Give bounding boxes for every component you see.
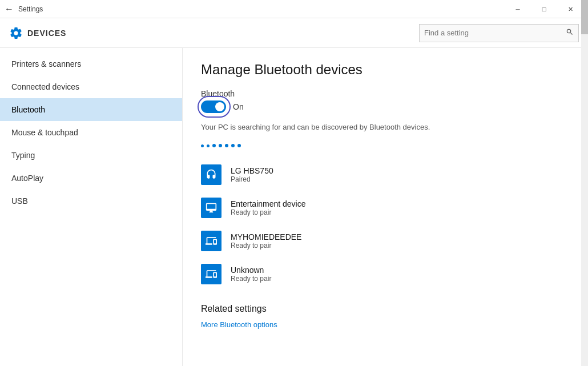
device-info-unknown: Unknown Ready to pair xyxy=(231,266,271,283)
search-button[interactable] xyxy=(561,28,578,38)
device-icon-entertainment xyxy=(201,198,221,218)
device-item-entertainment[interactable]: Entertainment device Ready to pair xyxy=(201,192,570,224)
gear-icon-wrap: DEVICES xyxy=(9,26,66,40)
device-icon-lg xyxy=(201,164,221,185)
dot-1 xyxy=(201,144,204,147)
sidebar-item-typing[interactable]: Typing xyxy=(0,144,182,167)
device-status-lg: Paired xyxy=(231,175,273,183)
sidebar-item-printers[interactable]: Printers & scanners xyxy=(0,53,182,75)
search-icon xyxy=(566,28,574,36)
bluetooth-label: Bluetooth xyxy=(201,89,570,98)
monitor-icon xyxy=(206,202,217,214)
title-bar: ← Settings xyxy=(0,0,588,18)
close-button[interactable] xyxy=(557,0,583,18)
device-icon xyxy=(206,235,217,247)
back-arrow-title[interactable]: ← xyxy=(5,4,14,14)
sidebar: Printers & scanners Connected devices Bl… xyxy=(0,48,183,366)
window-title: Settings xyxy=(18,5,43,13)
device-info-entertainment: Entertainment device Ready to pair xyxy=(231,199,306,216)
bluetooth-toggle-container xyxy=(201,100,226,113)
sidebar-item-bluetooth[interactable]: Bluetooth xyxy=(0,98,182,121)
device-status-unknown: Ready to pair xyxy=(231,275,271,283)
search-input[interactable] xyxy=(420,29,561,37)
device-name-entertainment: Entertainment device xyxy=(231,199,306,208)
bluetooth-toggle[interactable] xyxy=(201,100,226,113)
toggle-knob xyxy=(215,102,224,111)
device-status-myhomie: Ready to pair xyxy=(231,242,301,250)
sidebar-item-autoplay[interactable]: AutoPlay xyxy=(0,167,182,190)
headphones-icon xyxy=(206,169,217,180)
device-name-lg: LG HBS750 xyxy=(231,166,273,175)
maximize-button[interactable] xyxy=(531,0,557,18)
dot-6 xyxy=(231,144,235,147)
gear-icon xyxy=(9,26,23,40)
window-controls xyxy=(505,0,583,18)
toggle-state-label: On xyxy=(233,102,244,111)
device-name-myhomie: MYHOMIEDEEDEE xyxy=(231,232,301,242)
header-bar: DEVICES xyxy=(0,18,588,48)
sidebar-item-usb[interactable]: USB xyxy=(0,190,182,212)
minimize-icon xyxy=(515,5,519,13)
dot-5 xyxy=(225,144,228,147)
scrollbar-track[interactable] xyxy=(581,48,588,366)
content-area: Manage Bluetooth devices Bluetooth On Yo… xyxy=(183,48,588,366)
device-icon-unknown xyxy=(201,264,221,284)
device-info-lg: LG HBS750 Paired xyxy=(231,166,273,183)
header-left: DEVICES xyxy=(9,26,66,40)
dot-3 xyxy=(212,144,216,147)
device-icon-myhomie xyxy=(201,231,221,251)
dot-4 xyxy=(219,144,222,147)
app-title: DEVICES xyxy=(27,29,66,38)
unknown-device-icon xyxy=(206,268,217,280)
device-status-entertainment: Ready to pair xyxy=(231,208,306,216)
page-title: Manage Bluetooth devices xyxy=(201,62,570,78)
device-item-unknown[interactable]: Unknown Ready to pair xyxy=(201,258,570,290)
dot-7 xyxy=(237,144,241,147)
maximize-icon xyxy=(542,5,546,13)
sidebar-item-connected[interactable]: Connected devices xyxy=(0,75,182,98)
device-item-myhomie[interactable]: MYHOMIEDEEDEE Ready to pair xyxy=(201,225,570,257)
more-bluetooth-options-link[interactable]: More Bluetooth options xyxy=(201,320,277,329)
sidebar-item-mouse[interactable]: Mouse & touchpad xyxy=(0,121,182,144)
device-name-unknown: Unknown xyxy=(231,266,271,275)
searching-dots xyxy=(201,144,570,147)
main-layout: Printers & scanners Connected devices Bl… xyxy=(0,48,588,366)
related-settings-section: Related settings More Bluetooth options xyxy=(201,304,570,329)
device-info-myhomie: MYHOMIEDEEDEE Ready to pair xyxy=(231,232,301,250)
bluetooth-toggle-row: On xyxy=(201,100,570,113)
search-box xyxy=(419,24,579,42)
dot-2 xyxy=(207,144,210,147)
device-item-lg[interactable]: LG HBS750 Paired xyxy=(201,159,570,191)
close-icon xyxy=(568,5,573,13)
title-bar-left: ← Settings xyxy=(5,4,43,14)
minimize-button[interactable] xyxy=(505,0,531,18)
bluetooth-status-text: Your PC is searching for and can be disc… xyxy=(201,122,441,132)
device-list: LG HBS750 Paired Entertainment device Re… xyxy=(201,159,570,290)
related-settings-title: Related settings xyxy=(201,304,570,314)
app-container: DEVICES Printers & scanners Connected de… xyxy=(0,18,588,366)
